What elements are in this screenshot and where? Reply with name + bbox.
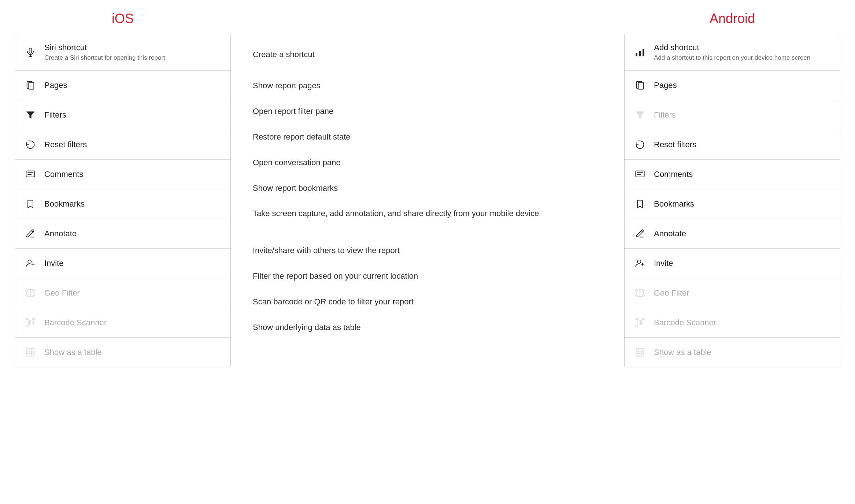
android-item-barcode-scanner-label: Barcode Scanner	[654, 318, 716, 328]
android-item-comments[interactable]: Comments	[625, 160, 840, 189]
ios-title: iOS	[15, 11, 231, 26]
android-item-add-shortcut-label: Add shortcut	[654, 42, 810, 53]
svg-rect-15	[26, 318, 28, 320]
android-reset-icon	[632, 137, 648, 153]
microphone-icon	[22, 44, 38, 60]
ios-item-show-as-table-content: Show as a table	[44, 347, 102, 358]
android-item-geo-filter-label: Geo Filter	[654, 288, 689, 299]
android-item-invite-label: Invite	[654, 258, 673, 269]
android-pages-icon	[632, 77, 648, 93]
android-item-comments-label: Comments	[654, 169, 693, 180]
invite-icon	[22, 255, 38, 271]
android-item-annotate-content: Annotate	[654, 229, 686, 239]
android-item-barcode-scanner-content: Barcode Scanner	[654, 318, 716, 328]
android-geo-icon	[632, 285, 648, 301]
ios-item-filters-content: Filters	[44, 110, 66, 121]
ios-item-filters[interactable]: Filters	[15, 100, 230, 130]
ios-item-barcode-scanner-content: Barcode Scanner	[44, 318, 107, 328]
svg-rect-32	[638, 82, 643, 89]
ios-item-comments-content: Comments	[44, 169, 83, 180]
android-item-add-shortcut-subtitle: Add a shortcut to this report on your de…	[654, 54, 810, 62]
ios-item-invite-label: Invite	[44, 258, 64, 269]
ios-item-siri-shortcut[interactable]: Siri shortcut Create a Siri shortcut for…	[15, 34, 230, 71]
desc-item-9: Scan barcode or QR code to filter your r…	[253, 289, 602, 315]
ios-item-show-as-table: Show as a table	[15, 338, 230, 367]
svg-rect-43	[636, 318, 638, 320]
desc-item-6: Take screen capture, add annotation, and…	[253, 201, 602, 238]
desc-text-3: Restore report default state	[253, 131, 351, 143]
svg-rect-44	[642, 318, 644, 320]
ios-item-geo-filter-content: Geo Filter	[44, 288, 80, 299]
android-item-filters-label: Filters	[654, 110, 676, 121]
android-item-reset-filters[interactable]: Reset filters	[625, 130, 840, 160]
desc-item-3: Restore report default state	[253, 125, 602, 150]
android-invite-icon	[632, 255, 648, 271]
svg-rect-28	[636, 53, 637, 56]
ios-item-filters-label: Filters	[44, 110, 66, 121]
ios-item-pages[interactable]: Pages	[15, 71, 230, 100]
android-item-annotate[interactable]: Annotate	[625, 219, 840, 249]
desc-text-4: Open conversation pane	[253, 157, 341, 168]
android-item-filters: Filters	[625, 100, 840, 130]
android-barcode-icon	[632, 315, 648, 331]
android-item-pages[interactable]: Pages	[625, 71, 840, 100]
desc-item-8: Filter the report based on your current …	[253, 264, 602, 289]
ios-item-reset-filters-content: Reset filters	[44, 140, 87, 150]
ios-item-bookmarks[interactable]: Bookmarks	[15, 189, 230, 219]
desc-text-9: Scan barcode or QR code to filter your r…	[253, 296, 414, 308]
ios-item-reset-filters[interactable]: Reset filters	[15, 130, 230, 160]
ios-section: iOS Siri shortcut Create a Siri	[15, 11, 231, 367]
android-item-bookmarks-content: Bookmarks	[654, 199, 694, 210]
ios-item-reset-filters-label: Reset filters	[44, 140, 87, 150]
pages-icon	[22, 77, 38, 93]
ios-menu-list: Siri shortcut Create a Siri shortcut for…	[15, 34, 231, 367]
columns-wrapper: iOS Siri shortcut Create a Siri	[15, 11, 840, 367]
desc-text-5: Show report bookmarks	[253, 183, 338, 194]
desc-item-1: Show report pages	[253, 73, 602, 99]
svg-rect-0	[29, 48, 32, 53]
geo-icon	[22, 285, 38, 301]
desc-text-10: Show underlying data as table	[253, 322, 361, 333]
android-bookmarks-icon	[632, 196, 648, 212]
ios-item-invite-content: Invite	[44, 258, 64, 269]
svg-rect-17	[26, 326, 28, 327]
android-item-geo-filter-content: Geo Filter	[654, 288, 689, 299]
descriptions-section: Create a shortcut Show report pages Open…	[231, 37, 624, 367]
desc-text-1: Show report pages	[253, 80, 321, 92]
desc-item-5: Show report bookmarks	[253, 176, 602, 201]
svg-point-36	[637, 260, 641, 263]
ios-item-siri-shortcut-content: Siri shortcut Create a Siri shortcut for…	[44, 42, 165, 62]
svg-rect-45	[636, 326, 638, 327]
svg-rect-16	[33, 318, 35, 320]
svg-point-8	[28, 260, 31, 263]
ios-item-bookmarks-label: Bookmarks	[44, 199, 85, 210]
ios-item-annotate-content: Annotate	[44, 229, 77, 239]
desc-text-7: Invite/share with others to view the rep…	[253, 245, 400, 256]
android-item-add-shortcut[interactable]: Add shortcut Add a shortcut to this repo…	[625, 34, 840, 71]
android-filter-icon	[632, 107, 648, 123]
barcode-icon	[22, 315, 38, 331]
ios-item-geo-filter-label: Geo Filter	[44, 288, 80, 299]
svg-point-42	[640, 291, 640, 292]
svg-rect-33	[636, 171, 644, 177]
ios-item-annotate[interactable]: Annotate	[15, 219, 230, 249]
ios-item-invite[interactable]: Invite	[15, 249, 230, 278]
svg-rect-51	[636, 349, 644, 356]
ios-item-pages-content: Pages	[44, 80, 67, 91]
ios-item-comments[interactable]: Comments	[15, 160, 230, 189]
android-item-bookmarks[interactable]: Bookmarks	[625, 189, 840, 219]
android-menu-list: Add shortcut Add a shortcut to this repo…	[624, 34, 840, 367]
android-item-invite[interactable]: Invite	[625, 249, 840, 278]
android-item-geo-filter: Geo Filter	[625, 278, 840, 308]
svg-rect-29	[639, 51, 641, 56]
desc-text-8: Filter the report based on your current …	[253, 271, 418, 282]
android-table-icon	[632, 344, 648, 360]
comments-icon	[22, 166, 38, 182]
android-section: Android Add shortcut Add a shortcut to t…	[624, 11, 840, 367]
desc-item-10: Show underlying data as table	[253, 315, 602, 341]
desc-item-7: Invite/share with others to view the rep…	[253, 238, 602, 264]
android-item-add-shortcut-content: Add shortcut Add a shortcut to this repo…	[654, 42, 810, 62]
desc-text-2: Open report filter pane	[253, 106, 333, 117]
desc-text-0: Create a shortcut	[253, 49, 315, 60]
ios-item-siri-shortcut-subtitle: Create a Siri shortcut for opening this …	[44, 54, 165, 62]
